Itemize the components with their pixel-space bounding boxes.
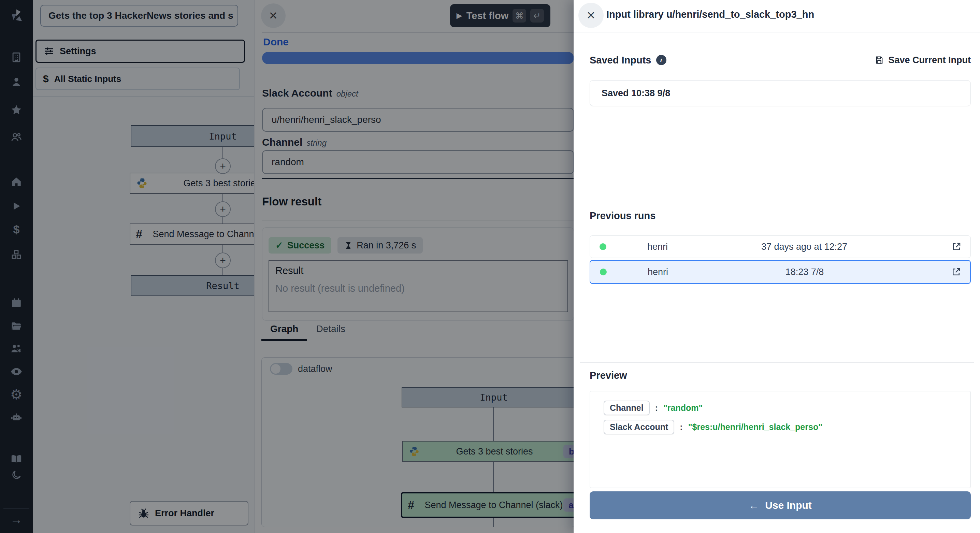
divider	[580, 203, 974, 203]
run-time: 37 days ago at 12:27	[709, 242, 900, 252]
input-library-panel: ✕ Input library u/henri/send_to_slack_to…	[574, 0, 980, 533]
divider	[574, 32, 980, 32]
saved-input-item[interactable]: Saved 10:38 9/8	[590, 80, 971, 106]
preview-heading: Preview	[590, 370, 627, 381]
external-link-icon[interactable]	[951, 242, 962, 252]
use-input-button[interactable]: ← Use Input	[590, 492, 971, 519]
save-current-input-button[interactable]: Save Current Input	[875, 55, 971, 65]
save-button-label: Save Current Input	[888, 55, 971, 65]
saved-inputs-heading: Saved Inputs	[590, 55, 651, 66]
run-user: henri	[606, 242, 709, 252]
save-icon	[875, 55, 884, 65]
preview-entry: Channel : "random"	[604, 398, 970, 417]
external-link-icon[interactable]	[951, 267, 961, 277]
arrow-left-icon: ←	[749, 500, 759, 511]
panel-title: Input library u/henri/send_to_slack_top3…	[606, 9, 814, 20]
colon: :	[680, 422, 682, 432]
app-root: $	[0, 0, 980, 533]
preview-key: Channel	[604, 401, 650, 415]
previous-runs-heading: Previous runs	[590, 210, 655, 221]
info-icon[interactable]: i	[656, 55, 667, 65]
preview-box: Channel : "random" Slack Account : "$res…	[590, 391, 971, 488]
run-time: 18:23 7/8	[709, 267, 900, 277]
preview-value: "random"	[663, 403, 703, 413]
preview-value: "$res:u/henri/henri_slack_perso"	[688, 422, 822, 432]
run-user: henri	[607, 267, 709, 277]
preview-entry: Slack Account : "$res:u/henri/henri_slac…	[604, 417, 970, 436]
colon: :	[655, 403, 658, 413]
saved-input-label: Saved 10:38 9/8	[601, 88, 670, 99]
preview-key: Slack Account	[604, 420, 674, 434]
modal-dim-overlay[interactable]	[0, 0, 574, 533]
close-icon[interactable]: ✕	[578, 3, 604, 28]
previous-run-row[interactable]: henri 37 days ago at 12:27	[590, 235, 971, 258]
use-input-label: Use Input	[765, 500, 812, 511]
previous-run-row-selected[interactable]: henri 18:23 7/8	[590, 260, 971, 284]
success-dot-icon	[600, 243, 606, 250]
success-dot-icon	[600, 269, 607, 275]
